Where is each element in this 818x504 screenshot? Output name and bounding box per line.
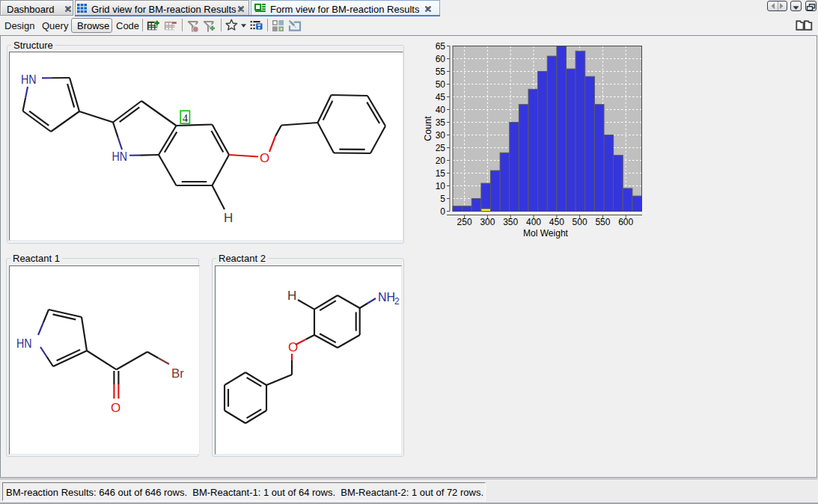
svg-text:500: 500	[573, 217, 587, 227]
svg-text:4: 4	[183, 112, 189, 124]
svg-text:550: 550	[595, 217, 610, 227]
svg-text:HN: HN	[16, 336, 32, 351]
svg-text:35: 35	[436, 117, 446, 128]
svg-text:NH: NH	[378, 290, 395, 304]
svg-text:400: 400	[526, 217, 541, 227]
svg-text:15: 15	[436, 168, 446, 179]
svg-text:10: 10	[436, 181, 446, 191]
svg-text:Br: Br	[171, 366, 184, 381]
svg-text:55: 55	[436, 67, 446, 77]
svg-text:350: 350	[503, 217, 518, 227]
svg-text:2: 2	[394, 296, 400, 307]
svg-text:HN: HN	[112, 150, 128, 164]
svg-text:250: 250	[457, 217, 472, 227]
svg-text:40: 40	[436, 105, 446, 115]
svg-text:65: 65	[436, 41, 446, 52]
svg-text:H: H	[287, 289, 296, 303]
svg-text:50: 50	[436, 79, 446, 90]
svg-text:O: O	[288, 340, 298, 354]
svg-text:H: H	[224, 211, 233, 225]
svg-text:60: 60	[436, 54, 446, 64]
svg-text:O: O	[111, 401, 120, 415]
svg-text:45: 45	[436, 92, 446, 102]
svg-text:5: 5	[440, 194, 445, 204]
svg-text:20: 20	[436, 156, 446, 166]
svg-text:Count: Count	[423, 116, 433, 141]
svg-text:600: 600	[618, 217, 633, 227]
svg-text:25: 25	[436, 143, 446, 153]
svg-text:O: O	[260, 151, 269, 165]
svg-text:30: 30	[436, 130, 446, 141]
svg-text:450: 450	[549, 217, 564, 227]
svg-text:Mol Weight: Mol Weight	[523, 228, 568, 239]
svg-text:300: 300	[480, 217, 495, 227]
svg-text:HN: HN	[21, 73, 37, 87]
svg-text:0: 0	[440, 206, 445, 217]
